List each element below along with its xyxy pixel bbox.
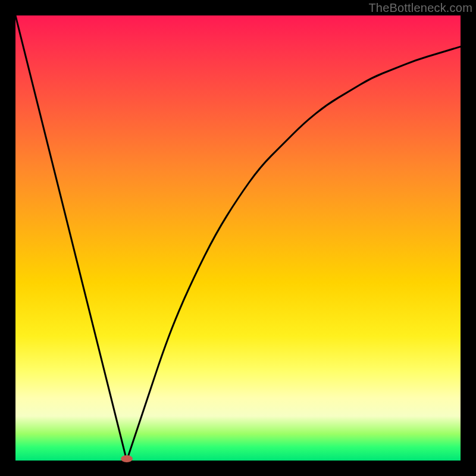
plot-area (15, 15, 461, 461)
minimum-marker (121, 455, 133, 462)
curve-layer (15, 15, 461, 461)
bottleneck-curve (15, 15, 461, 461)
chart-frame: TheBottleneck.com (0, 0, 476, 476)
watermark-text: TheBottleneck.com (368, 1, 472, 15)
